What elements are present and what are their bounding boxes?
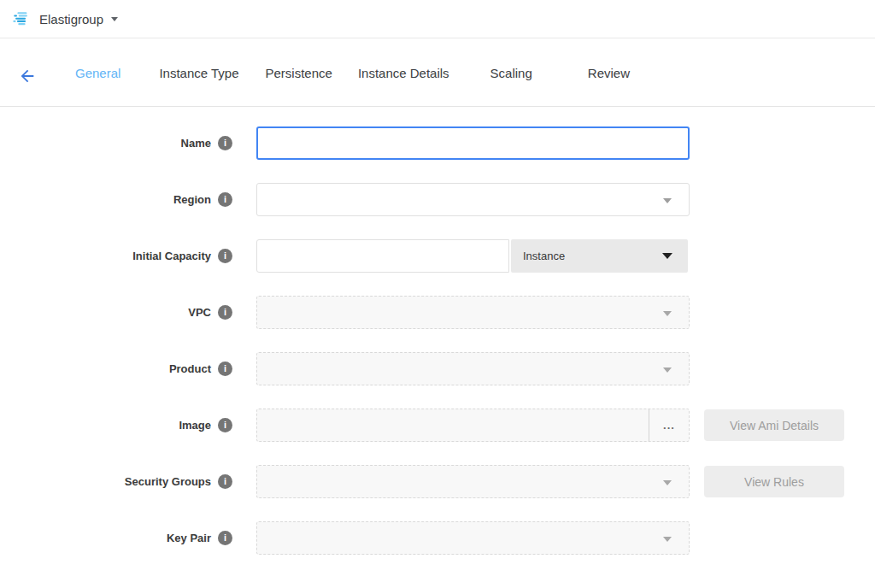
info-icon[interactable]: i	[218, 192, 232, 207]
form-row-region: Region i	[0, 183, 875, 216]
general-form: Name i Region i Initial Capacity i Insta…	[0, 107, 875, 555]
chevron-down-icon	[662, 253, 672, 259]
elastigroup-logo-icon	[12, 9, 31, 28]
view-ami-details-button[interactable]: View Ami Details	[704, 409, 844, 441]
product-select[interactable]	[256, 352, 690, 385]
form-row-initial-capacity: Initial Capacity i Instance	[0, 239, 875, 273]
name-label: Name	[181, 137, 211, 150]
vpc-label: VPC	[188, 306, 211, 319]
form-row-product: Product i	[0, 352, 875, 385]
info-icon[interactable]: i	[218, 418, 232, 432]
chevron-down-icon	[663, 537, 672, 542]
security-groups-label: Security Groups	[125, 475, 211, 488]
image-label: Image	[179, 419, 211, 432]
key-pair-select[interactable]	[256, 521, 690, 555]
product-label: Product	[169, 362, 211, 375]
initial-capacity-input[interactable]	[256, 239, 509, 273]
tab-persistence[interactable]: Persistence	[266, 66, 332, 80]
region-label: Region	[173, 193, 211, 206]
topbar: Elastigroup	[0, 0, 875, 38]
form-row-name: Name i	[0, 126, 875, 160]
view-rules-button[interactable]: View Rules	[704, 466, 844, 497]
image-browse-button[interactable]: ...	[649, 409, 689, 441]
chevron-down-icon	[663, 311, 672, 316]
info-icon[interactable]: i	[218, 136, 232, 150]
tab-instance-type[interactable]: Instance Type	[159, 66, 238, 80]
tab-general[interactable]: General	[75, 66, 120, 80]
capacity-unit-value: Instance	[523, 250, 565, 262]
image-input[interactable]: ...	[256, 409, 690, 442]
form-row-key-pair: Key Pair i	[0, 521, 875, 555]
chevron-down-icon	[663, 198, 672, 203]
wizard-tabs: General Instance Type Persistence Instan…	[75, 38, 630, 107]
name-input[interactable]	[256, 126, 690, 160]
chevron-down-icon	[111, 17, 118, 21]
region-select[interactable]	[256, 183, 690, 216]
back-arrow-icon	[18, 67, 37, 85]
info-icon[interactable]: i	[218, 362, 232, 376]
capacity-unit-select[interactable]: Instance	[511, 239, 688, 273]
tab-instance-details[interactable]: Instance Details	[358, 66, 449, 80]
info-icon[interactable]: i	[218, 249, 232, 263]
chevron-down-icon	[663, 480, 672, 485]
chevron-down-icon	[663, 368, 672, 373]
info-icon[interactable]: i	[218, 474, 232, 489]
tab-scaling[interactable]: Scaling	[490, 66, 532, 80]
back-button[interactable]	[17, 67, 38, 87]
form-row-security-groups: Security Groups i View Rules	[0, 465, 875, 498]
info-icon[interactable]: i	[218, 531, 232, 545]
wizard-nav: General Instance Type Persistence Instan…	[0, 38, 875, 107]
key-pair-label: Key Pair	[167, 532, 211, 544]
form-row-vpc: VPC i	[0, 296, 875, 329]
initial-capacity-label: Initial Capacity	[132, 250, 211, 262]
form-row-image: Image i ... View Ami Details	[0, 409, 875, 442]
vpc-select[interactable]	[256, 296, 690, 329]
security-groups-select[interactable]	[256, 465, 690, 498]
app-switcher-dropdown[interactable]: Elastigroup	[12, 9, 118, 28]
tab-review[interactable]: Review	[588, 66, 630, 80]
app-name: Elastigroup	[39, 12, 103, 26]
info-icon[interactable]: i	[218, 305, 232, 320]
